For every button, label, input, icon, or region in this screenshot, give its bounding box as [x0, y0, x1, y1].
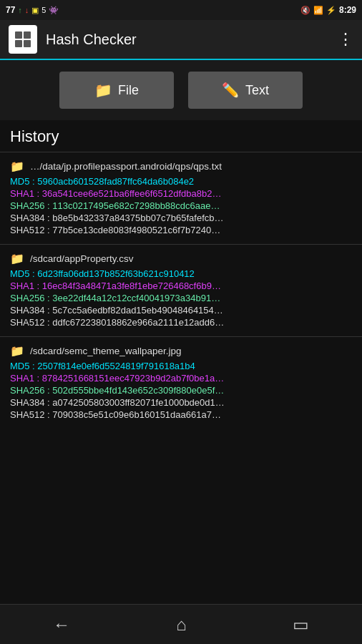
file-row-2: 📁 /sdcard/appProperty.csv [10, 252, 352, 265]
item1-folder-icon: 📁 [10, 160, 24, 173]
overflow-menu-icon[interactable]: ⋮ [338, 30, 353, 49]
status-time: 8:29 [339, 5, 356, 15]
item1-sha384: SHA384 : b8e5b432337a84375bb07c7b65fafef… [10, 213, 352, 223]
status-extra2: 👾 [49, 6, 59, 15]
status-notification: ▣ [31, 6, 39, 15]
item3-sha512: SHA512 : 709038c5e51c09e6b160151daa661a7… [10, 409, 352, 420]
item2-path: /sdcard/appProperty.csv [30, 253, 134, 264]
grid-cell-3 [15, 40, 22, 47]
item2-sha512: SHA512 : ddfc672238018862e966a2111e12add… [10, 317, 352, 328]
item3-md5: MD5 : 2507f814e0ef6d5524819f791618a1b4 [10, 361, 352, 371]
app-bar: Hash Checker ⋮ [0, 20, 362, 60]
item1-path: …/data/jp.profilepassport.android/qps/qp… [30, 161, 222, 172]
status-mute-icon: 🔇 [300, 6, 310, 15]
recents-button[interactable]: ▭ [278, 609, 323, 640]
status-battery-icon: ⚡ [326, 6, 336, 15]
back-button[interactable]: ← [39, 609, 84, 640]
home-button[interactable]: ⌂ [162, 609, 201, 640]
app-icon-grid [15, 31, 31, 47]
text-button[interactable]: ✏️ Text [188, 72, 303, 109]
grid-cell-1 [15, 31, 22, 39]
item2-sha1: SHA1 : 16ec84f3a48471a3fe8f1ebe726468cf6… [10, 280, 352, 291]
app-icon [9, 25, 37, 54]
item1-sha256: SHA256 : 113c0217495e682c7298bb88cdc6aae… [10, 200, 352, 211]
status-battery-num: 77 [6, 5, 15, 15]
history-item-1[interactable]: 📁 …/data/jp.profilepassport.android/qps/… [0, 152, 362, 244]
file-button-label: File [118, 83, 139, 98]
item1-md5: MD5 : 5960acb601528fad87ffc64da6b084e2 [10, 176, 352, 187]
file-row-1: 📁 …/data/jp.profilepassport.android/qps/… [10, 160, 352, 173]
grid-cell-2 [24, 31, 31, 39]
history-item-3[interactable]: 📁 /sdcard/semc_theme_wallpaper.jpg MD5 :… [0, 336, 362, 429]
item3-folder-icon: 📁 [10, 344, 24, 358]
item2-sha384: SHA384 : 5c7cc5a6edbf82dad15eb4904846415… [10, 305, 352, 316]
file-button[interactable]: 📁 File [59, 72, 174, 109]
item3-sha384: SHA384 : a0742505803003ff82071fe1000bde0… [10, 397, 352, 408]
history-header: History [0, 120, 362, 152]
status-right: 🔇 📶 ⚡ 8:29 [300, 5, 356, 15]
folder-icon: 📁 [94, 82, 112, 99]
button-row: 📁 File ✏️ Text [0, 60, 362, 120]
file-row-3: 📁 /sdcard/semc_theme_wallpaper.jpg [10, 344, 352, 358]
nav-bar: ← ⌂ ▭ [0, 604, 362, 644]
status-signal-down: ↓ [25, 6, 29, 14]
item3-sha1: SHA1 : 8784251668151eec47923b9d2ab7f0be1… [10, 373, 352, 384]
status-bar: 77 ↑ ↓ ▣ 5 👾 🔇 📶 ⚡ 8:29 [0, 0, 362, 20]
status-signal-icon: 📶 [313, 6, 323, 15]
item1-sha1: SHA1 : 36a541cee6e521ba6ffee6f6512dfdba8… [10, 188, 352, 199]
item2-folder-icon: 📁 [10, 252, 24, 265]
grid-cell-4 [24, 40, 31, 47]
item3-path: /sdcard/semc_theme_wallpaper.jpg [30, 346, 182, 356]
app-title: Hash Checker [46, 31, 338, 48]
status-left: 77 ↑ ↓ ▣ 5 👾 [6, 5, 59, 15]
status-extra1: 5 [41, 6, 46, 14]
item2-sha256: SHA256 : 3ee22df44a12c12ccf40041973a34b9… [10, 293, 352, 303]
history-item-2[interactable]: 📁 /sdcard/appProperty.csv MD5 : 6d23ffa0… [0, 244, 362, 336]
item2-md5: MD5 : 6d23ffa06dd137b852f63b621c910412 [10, 268, 352, 279]
item3-sha256: SHA256 : 502d555bbe4fd143e652c309f880e0e… [10, 385, 352, 396]
status-signal-up: ↑ [18, 6, 22, 14]
main-content: History 📁 …/data/jp.profilepassport.andr… [0, 120, 362, 604]
item1-sha512: SHA512 : 77b5ce13cde8083f4980521c6f7b724… [10, 225, 352, 235]
text-button-label: Text [245, 83, 269, 98]
pencil-icon: ✏️ [222, 82, 240, 99]
